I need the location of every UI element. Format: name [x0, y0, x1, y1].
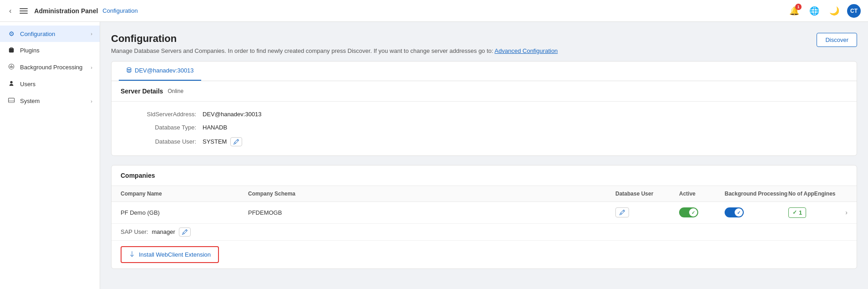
db-type-value: HANADB — [203, 124, 227, 131]
row-chevron-icon[interactable]: › — [845, 209, 848, 216]
sap-user-label: SAP User: — [121, 228, 148, 235]
company-schema-cell: PFDEMOGB — [248, 209, 615, 216]
globe-button[interactable]: 🌐 — [807, 4, 822, 18]
sidebar-item-label: Plugins — [20, 47, 92, 54]
companies-header: Companies — [112, 165, 857, 186]
companies-section: Companies Company Name Company Schema Da… — [111, 165, 857, 269]
sidebar-item-background-processing[interactable]: Background Processing › — [0, 59, 100, 76]
back-button[interactable]: ‹ — [7, 5, 13, 17]
server-details-title: Server Details — [121, 88, 163, 95]
install-btn-label: Install WebClient Extension — [139, 251, 211, 258]
sld-value: DEV@hanadev:30013 — [203, 111, 262, 118]
sidebar-item-label: Background Processing — [20, 64, 86, 71]
moon-icon: 🌙 — [829, 6, 839, 16]
chevron-right-icon: › — [91, 31, 92, 36]
edit-db-user-button[interactable] — [230, 137, 242, 146]
sidebar-item-label: Configuration — [20, 31, 86, 37]
col-header-appengines: No of AppEngines — [788, 191, 848, 197]
col-header-company-schema: Company Schema — [248, 191, 615, 197]
db-user-cell — [615, 207, 679, 217]
notification-badge: 1 — [795, 4, 802, 10]
chevron-right-icon: › — [91, 98, 92, 104]
appengines-count: 1 — [799, 209, 802, 216]
topbar-subtitle: Configuration — [102, 7, 137, 14]
install-icon — [129, 251, 135, 258]
edit-sap-user-button[interactable] — [179, 227, 191, 237]
server-details-header: Server Details Online — [112, 81, 857, 102]
discover-button[interactable]: Discover — [817, 33, 857, 47]
companies-table-header: Company Name Company Schema Database Use… — [112, 186, 857, 202]
theme-button[interactable]: 🌙 — [827, 4, 842, 18]
checkmark-icon: ✓ — [737, 210, 741, 215]
sidebar-item-system[interactable]: System › — [0, 93, 100, 109]
user-avatar[interactable]: CT — [847, 4, 861, 18]
bg-processing-cell: ✓ — [725, 207, 788, 217]
server-details-body: SldServerAddress: DEV@hanadev:30013 Data… — [112, 102, 857, 155]
col-header-database-user: Database User — [615, 191, 679, 197]
tabs-container: DEV@hanadev:30013 — [112, 62, 857, 81]
globe-icon: 🌐 — [809, 6, 819, 16]
chevron-right-icon: › — [91, 65, 92, 70]
topbar-title: Administration Panel — [34, 7, 98, 15]
active-toggle[interactable]: ✓ — [679, 207, 698, 217]
background-processing-icon — [7, 63, 15, 71]
db-user-value: SYSTEM — [203, 137, 242, 146]
active-cell: ✓ — [679, 207, 725, 217]
sap-user-row: SAP User: manager — [112, 224, 857, 241]
db-user-row: Database User: SYSTEM — [130, 137, 838, 146]
db-type-label: Database Type: — [130, 124, 203, 131]
db-user-label: Database User: — [130, 138, 203, 145]
install-btn-row: Install WebClient Extension — [112, 241, 857, 268]
install-webclient-button[interactable]: Install WebClient Extension — [121, 246, 219, 263]
configuration-icon: ⚙ — [7, 30, 15, 37]
server-status: Online — [168, 88, 183, 94]
db-type-row: Database Type: HANADB — [130, 124, 838, 131]
check-icon: ✓ — [792, 209, 797, 216]
company-name-cell: PF Demo (GB) — [121, 209, 248, 216]
hamburger-button[interactable] — [18, 6, 30, 15]
users-icon — [7, 80, 15, 88]
system-icon — [7, 97, 15, 105]
table-row: PF Demo (GB) PFDEMOGB ✓ — [112, 202, 857, 224]
col-header-bg-processing: Background Processing — [725, 191, 788, 197]
tab-label: DEV@hanadev:30013 — [135, 67, 194, 74]
col-header-company-name: Company Name — [121, 191, 248, 197]
sidebar-item-users[interactable]: Users — [0, 76, 100, 93]
checkmark-icon: ✓ — [691, 210, 695, 215]
database-icon — [126, 67, 132, 74]
plugins-icon — [7, 46, 15, 54]
page-header: Configuration Manage Database Servers an… — [111, 33, 857, 56]
col-header-active: Active — [679, 191, 725, 197]
bg-processing-toggle[interactable]: ✓ — [725, 207, 744, 217]
notifications-button[interactable]: 🔔 1 — [787, 4, 802, 18]
tab-dev-hanadev[interactable]: DEV@hanadev:30013 — [119, 62, 201, 81]
sidebar: ⚙ Configuration › Plugins Background Pro… — [0, 22, 100, 289]
page-description: Manage Database Servers and Companies. I… — [111, 46, 558, 56]
sld-label: SldServerAddress: — [130, 111, 203, 118]
sidebar-item-label: Users — [20, 81, 92, 88]
sidebar-item-plugins[interactable]: Plugins — [0, 42, 100, 59]
edit-db-user-company-button[interactable] — [615, 207, 629, 217]
page-title: Configuration — [111, 33, 558, 45]
sidebar-item-configuration[interactable]: ⚙ Configuration › — [0, 26, 100, 42]
appengines-badge: ✓ 1 — [788, 207, 806, 218]
appengines-cell: ✓ 1 › — [788, 207, 848, 218]
server-card: DEV@hanadev:30013 Server Details Online … — [111, 61, 857, 156]
sidebar-item-label: System — [20, 98, 86, 104]
sap-user-value: manager — [152, 228, 175, 235]
content-area: Configuration Manage Database Servers an… — [100, 22, 868, 289]
sld-server-row: SldServerAddress: DEV@hanadev:30013 — [130, 111, 838, 118]
advanced-config-link[interactable]: Advanced Configuration — [495, 47, 558, 54]
companies-title: Companies — [121, 172, 155, 179]
